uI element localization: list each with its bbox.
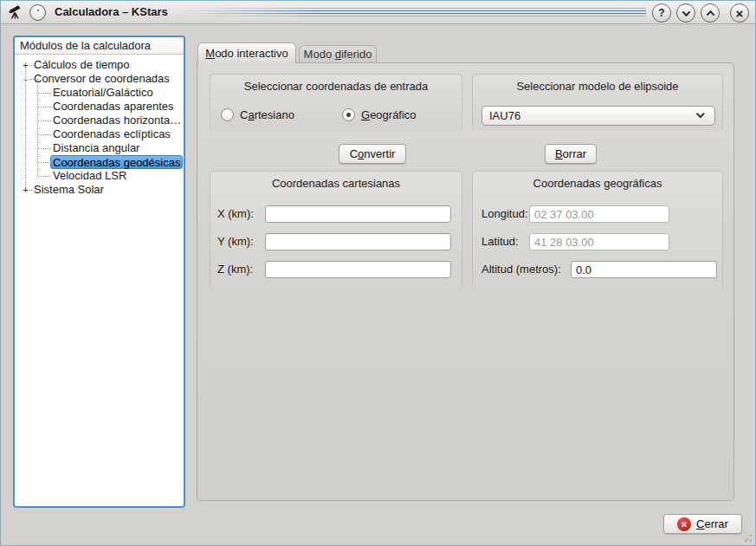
module-tree: Módulos de la calculadora + Cálculos de …: [13, 36, 185, 508]
tree-item-distancia-angular[interactable]: Distancia angular: [15, 141, 184, 155]
tree-item-label: Coordenadas aparentes: [53, 100, 174, 113]
cartesian-coordinates-groupbox: Coordenadas cartesianas X (km): Y (km): …: [210, 171, 462, 289]
tree-item-coordenadas-horizontales[interactable]: Coordenadas horizonta…: [15, 114, 184, 127]
field-row-longitude: Longitud:: [481, 205, 717, 224]
tree-item-calculos-de-tiempo[interactable]: + Cálculos de tiempo: [15, 58, 184, 72]
interactive-mode-panel: Seleccionar coordenadas de entrada Carte…: [197, 62, 734, 501]
z-km-label: Z (km):: [217, 261, 253, 278]
minimize-button[interactable]: [676, 3, 695, 23]
longitude-input[interactable]: [529, 205, 669, 223]
groupbox-title: Coordenadas geográficas: [473, 177, 722, 190]
tree-branch-line: [38, 134, 51, 135]
expander-plus-icon[interactable]: +: [22, 183, 29, 197]
field-row-x: X (km):: [217, 205, 456, 224]
close-window-button[interactable]: ×: [730, 3, 749, 23]
menu-dot-icon: [37, 10, 39, 11]
titlebar-stripes-decoration: [178, 8, 646, 18]
kstars-telescope-icon: [8, 4, 23, 20]
tree-branch-line: [29, 79, 34, 80]
close-button-label: Cerrar: [696, 517, 728, 530]
tree-branch-line: [38, 107, 51, 107]
tree-header: Módulos de la calculadora: [15, 37, 184, 55]
radio-cartesian[interactable]: Cartesiano: [221, 107, 294, 122]
tree-item-label: Conversor de coordenadas: [34, 72, 170, 85]
window-menu-button[interactable]: [29, 4, 46, 21]
tree-branch-line: [38, 148, 51, 149]
tree-item-ecuatorial-galactico[interactable]: Ecuatorial/Galáctico: [15, 86, 184, 100]
tree-branch-line: [38, 93, 51, 94]
input-coordinates-groupbox: Seleccionar coordenadas de entrada Carte…: [210, 74, 462, 131]
x-km-input[interactable]: [265, 205, 451, 223]
field-row-altitude: Altitud (metros):: [481, 261, 717, 279]
field-row-z: Z (km):: [217, 261, 456, 279]
help-button[interactable]: ?: [652, 3, 671, 23]
tree-branch-line: [38, 162, 51, 163]
help-icon: ?: [658, 7, 664, 19]
latitude-label: Latitud:: [481, 233, 519, 250]
altitude-label: Altitud (metros):: [481, 261, 561, 278]
window-title: Calculadora – KStars: [55, 1, 168, 24]
groupbox-title: Coordenadas cartesianas: [210, 177, 462, 190]
tree-body: + Cálculos de tiempo - Conversor de coor…: [15, 55, 184, 197]
tree-item-conversor-de-coordenadas[interactable]: - Conversor de coordenadas: [15, 72, 184, 86]
tab-label: Modo: [304, 48, 335, 61]
tab-label-accel: d: [335, 48, 341, 61]
latitude-input[interactable]: [529, 233, 669, 250]
altitude-input[interactable]: [571, 261, 717, 278]
tree-branch-line: [29, 65, 34, 66]
tree-item-label: Coordenadas eclípticas: [53, 127, 171, 140]
groupbox-title: Seleccionar coordenadas de entrada: [210, 80, 462, 93]
tree-item-coordenadas-eclipticas[interactable]: Coordenadas eclípticas: [15, 127, 184, 141]
close-icon: ×: [736, 6, 744, 21]
radio-geographic[interactable]: Geográfico: [342, 107, 417, 122]
ellipsoid-model-select[interactable]: IAU76: [481, 106, 715, 126]
radio-button-icon[interactable]: [221, 108, 234, 121]
resize-grip[interactable]: [745, 535, 752, 542]
y-km-label: Y (km):: [217, 233, 254, 250]
tree-item-velocidad-lsr[interactable]: Velocidad LSR: [15, 169, 184, 183]
tree-branch-line: [29, 190, 34, 191]
titlebar: Calculadora – KStars ? ×: [1, 1, 755, 24]
tree-item-label: Distancia angular: [53, 141, 139, 154]
combo-selected-value: IAU76: [489, 107, 698, 125]
tab-batch-mode[interactable]: Modo diferido: [299, 45, 377, 62]
y-km-input[interactable]: [265, 233, 451, 250]
tree-item-label: Ecuatorial/Galáctico: [53, 86, 153, 99]
radio-label: Cartesiano: [240, 108, 294, 121]
tab-label-accel: M: [205, 47, 215, 60]
tree-branch-line: [38, 176, 51, 177]
tree-item-label: Sistema Solar: [34, 183, 104, 196]
groupbox-title: Seleccionar modelo de elipsoide: [473, 80, 722, 93]
radio-label: Geográfico: [361, 108, 417, 121]
selected-tree-item-label: Coordenadas geodésicas: [50, 155, 183, 169]
expander-plus-icon[interactable]: +: [22, 58, 29, 72]
z-km-input[interactable]: [265, 261, 451, 278]
tree-item-coordenadas-aparentes[interactable]: Coordenadas aparentes: [15, 100, 184, 114]
tab-interactive-mode[interactable]: Modo interactivo: [197, 42, 296, 63]
tree-item-sistema-solar[interactable]: + Sistema Solar: [15, 183, 184, 197]
tree-item-label: Coordenadas horizonta…: [53, 114, 181, 127]
radio-button-checked-icon[interactable]: [342, 108, 355, 121]
tree-item-label: Cálculos de tiempo: [34, 58, 130, 71]
geographic-coordinates-groupbox: Coordenadas geográficas Longitud: Latitu…: [472, 171, 723, 289]
chevron-up-icon: [706, 10, 714, 18]
close-dialog-button[interactable]: × Cerrar: [663, 514, 742, 534]
longitude-label: Longitud:: [481, 205, 528, 223]
tree-item-coordenadas-geodesicas-selected[interactable]: Coordenadas geodésicas: [15, 155, 184, 169]
tree-branch-line: [38, 120, 51, 121]
ellipsoid-model-groupbox: Seleccionar modelo de elipsoide IAU76: [472, 74, 723, 131]
expander-minus-icon[interactable]: -: [22, 72, 29, 86]
calculator-window: Calculadora – KStars ? × Módulos de la c…: [0, 0, 756, 546]
tab-label: odo interactivo: [215, 47, 288, 60]
tree-item-label: Velocidad LSR: [53, 169, 126, 182]
convert-button[interactable]: Convertir: [339, 144, 406, 164]
clear-button[interactable]: Borrar: [545, 144, 597, 164]
maximize-button[interactable]: [701, 3, 720, 23]
tab-label: iferido: [341, 48, 372, 61]
field-row-latitude: Latitud:: [481, 233, 717, 251]
close-red-icon: ×: [677, 517, 691, 531]
chevron-down-icon: [682, 8, 690, 16]
field-row-y: Y (km):: [217, 233, 456, 251]
x-km-label: X (km):: [217, 205, 254, 223]
